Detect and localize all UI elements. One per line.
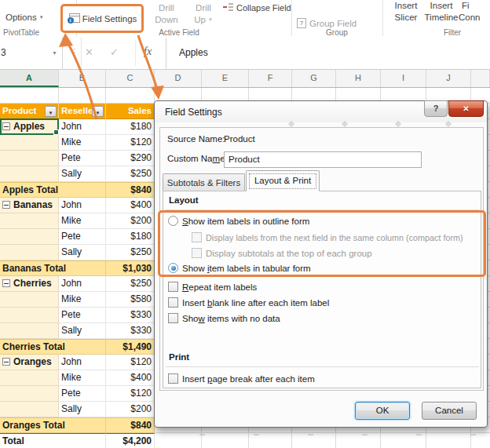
- pivot-cell-product[interactable]: [0, 308, 59, 323]
- pivot-cell-product[interactable]: [0, 229, 59, 245]
- pivot-cell-product[interactable]: [0, 213, 59, 229]
- drill-down-button[interactable]: Drill Down: [148, 2, 185, 26]
- pivot-cell-sales[interactable]: $580: [106, 292, 155, 308]
- checkbox-compact-form[interactable]: Display labels from the next field in th…: [192, 231, 463, 243]
- pivot-subtotal-label[interactable]: Bananas Total: [0, 260, 106, 276]
- pivot-cell-product[interactable]: [0, 151, 59, 166]
- pivot-cell-sales[interactable]: $330: [106, 323, 155, 339]
- pivot-cell-reseller[interactable]: Sally: [59, 166, 106, 182]
- radio-outline-form[interactable]: Show item labels in outline form: [168, 215, 309, 227]
- checkbox-repeat-item-labels[interactable]: Repeat item labels: [168, 281, 257, 293]
- drill-up-button[interactable]: Drill Up▼: [188, 2, 219, 26]
- column-header-A[interactable]: A: [0, 69, 59, 87]
- product-filter-button[interactable]: ▼: [45, 106, 57, 117]
- checkbox-insert-blank-line[interactable]: Insert blank line after each item label: [168, 297, 329, 308]
- pivot-header-product[interactable]: Product▼: [0, 104, 59, 119]
- pivot-cell-sales[interactable]: $250: [106, 166, 155, 182]
- pivot-cell-reseller[interactable]: Sally: [59, 402, 106, 417]
- pivot-cell-sales[interactable]: $400: [106, 370, 155, 386]
- pivot-cell-sales[interactable]: $400: [106, 198, 155, 213]
- pivot-cell-product[interactable]: [0, 370, 59, 386]
- pivot-cell-product[interactable]: Cherries: [0, 276, 59, 292]
- pivot-cell-sales[interactable]: $250: [106, 245, 155, 260]
- options-button[interactable]: Options▼: [5, 13, 44, 22]
- cancel-entry-icon[interactable]: ✕: [85, 46, 93, 58]
- pivot-subtotal-value[interactable]: $1,030: [106, 260, 155, 276]
- column-header-F[interactable]: F: [249, 69, 292, 87]
- pivot-cell-product[interactable]: [0, 386, 59, 402]
- collapse-group-icon[interactable]: [2, 358, 10, 366]
- column-header-G[interactable]: G: [292, 69, 336, 87]
- insert-function-icon[interactable]: fx: [144, 46, 152, 58]
- pivot-cell-reseller[interactable]: Mike: [59, 370, 106, 386]
- chevron-down-icon[interactable]: ▼: [52, 50, 57, 56]
- pivot-cell-product[interactable]: [0, 323, 59, 339]
- pivot-cell-reseller[interactable]: John: [59, 198, 106, 213]
- pivot-cell-sales[interactable]: $180: [106, 229, 155, 245]
- reseller-filter-button[interactable]: ▼: [92, 106, 104, 117]
- tab-subtotals-filters[interactable]: Subtotals & Filters: [163, 173, 245, 191]
- pivot-cell-reseller[interactable]: Sally: [59, 323, 106, 339]
- pivot-cell-product[interactable]: [0, 402, 59, 417]
- pivot-cell-sales[interactable]: $120: [106, 355, 155, 370]
- pivot-cell-reseller[interactable]: Pete: [59, 229, 106, 245]
- pivot-cell-product[interactable]: [0, 292, 59, 308]
- pivot-cell-product[interactable]: Bananas: [0, 198, 59, 213]
- pivot-subtotal-label[interactable]: Cherries Total: [0, 339, 106, 355]
- pivot-grandtotal-value[interactable]: $4,200: [106, 433, 155, 448]
- pivot-subtotal-value[interactable]: $1,490: [106, 339, 155, 355]
- pivot-subtotal-value[interactable]: $840: [106, 182, 155, 198]
- column-header-J[interactable]: J: [426, 69, 471, 87]
- collapse-group-icon[interactable]: [2, 122, 10, 130]
- checkbox-subtotals-top[interactable]: Display subtotals at the top of each gro…: [192, 247, 372, 259]
- pivot-cell-product[interactable]: Apples: [0, 119, 59, 135]
- pivot-cell-reseller[interactable]: Sally: [59, 245, 106, 260]
- collapse-group-icon[interactable]: [2, 279, 10, 287]
- column-header-partial[interactable]: [471, 69, 490, 87]
- pivot-cell-sales[interactable]: $120: [106, 386, 155, 402]
- pivot-cell-reseller[interactable]: Pete: [59, 308, 106, 323]
- pivot-cell-reseller[interactable]: John: [59, 355, 106, 370]
- help-button[interactable]: ?: [424, 100, 448, 117]
- pivot-cell-sales[interactable]: $330: [106, 308, 155, 323]
- pivot-cell-product[interactable]: [0, 135, 59, 151]
- column-header-D[interactable]: D: [155, 69, 202, 87]
- pivot-cell-sales[interactable]: $180: [106, 119, 155, 135]
- close-button[interactable]: ✕: [448, 100, 484, 117]
- collapse-field-button[interactable]: Collapse Field: [223, 2, 291, 13]
- pivot-cell-reseller[interactable]: John: [59, 119, 106, 135]
- checkbox-page-break[interactable]: Insert page break after each item: [168, 373, 315, 384]
- pivot-subtotal-value[interactable]: $840: [106, 417, 155, 433]
- pivot-subtotal-label[interactable]: Apples Total: [0, 182, 106, 198]
- ok-button[interactable]: OK: [355, 402, 410, 420]
- pivot-cell-reseller[interactable]: John: [59, 276, 106, 292]
- pivot-cell-product[interactable]: Oranges: [0, 355, 59, 370]
- pivot-cell-reseller[interactable]: Pete: [59, 386, 106, 402]
- formula-input[interactable]: Apples: [179, 47, 208, 58]
- column-header-E[interactable]: E: [202, 69, 249, 87]
- name-box[interactable]: 3 ▼: [0, 38, 63, 69]
- custom-name-input[interactable]: Product: [224, 151, 422, 168]
- pivot-cell-sales[interactable]: $200: [106, 402, 155, 417]
- field-settings-button[interactable]: i Field Settings: [60, 4, 144, 33]
- column-header-I[interactable]: I: [381, 69, 426, 87]
- insert-timeline-button[interactable]: Insert Timeline: [422, 0, 460, 24]
- pivot-cell-reseller[interactable]: Mike: [59, 135, 106, 151]
- pivot-cell-product[interactable]: [0, 245, 59, 260]
- radio-tabular-form[interactable]: Show item labels in tabular form: [168, 262, 311, 274]
- group-field-button[interactable]: 7 Group Field: [297, 17, 357, 29]
- cancel-button[interactable]: Cancel: [422, 402, 477, 420]
- pivot-header-reseller[interactable]: Reseller▼: [59, 104, 106, 119]
- pivot-cell-product[interactable]: [0, 166, 59, 182]
- pivot-cell-sales[interactable]: $290: [106, 151, 155, 166]
- pivot-cell-reseller[interactable]: Mike: [59, 292, 106, 308]
- collapse-group-icon[interactable]: [2, 201, 10, 209]
- pivot-cell-reseller[interactable]: Pete: [59, 151, 106, 166]
- insert-slicer-button[interactable]: Insert Slicer: [391, 0, 421, 24]
- filter-connections-button[interactable]: Fi Conn: [462, 0, 490, 24]
- pivot-subtotal-label[interactable]: Oranges Total: [0, 417, 106, 433]
- column-header-H[interactable]: H: [336, 69, 381, 87]
- pivot-cell-sales[interactable]: $120: [106, 135, 155, 151]
- checkbox-show-items-no-data[interactable]: Show items with no data: [168, 312, 280, 324]
- pivot-cell-reseller[interactable]: Mike: [59, 213, 106, 229]
